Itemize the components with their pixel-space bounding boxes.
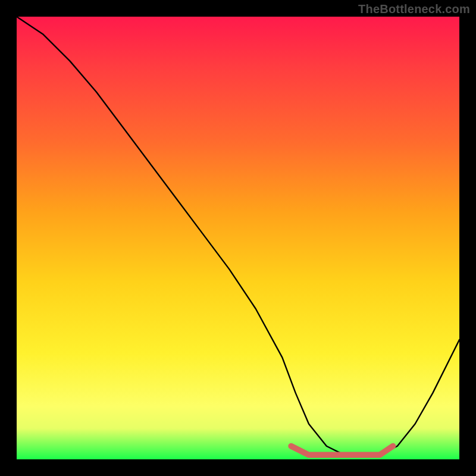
bottom-band	[291, 446, 393, 455]
chart-frame: TheBottleneck.com	[0, 0, 476, 476]
chart-svg	[17, 17, 459, 459]
main-curve	[17, 17, 459, 455]
watermark-text: TheBottleneck.com	[358, 2, 470, 16]
